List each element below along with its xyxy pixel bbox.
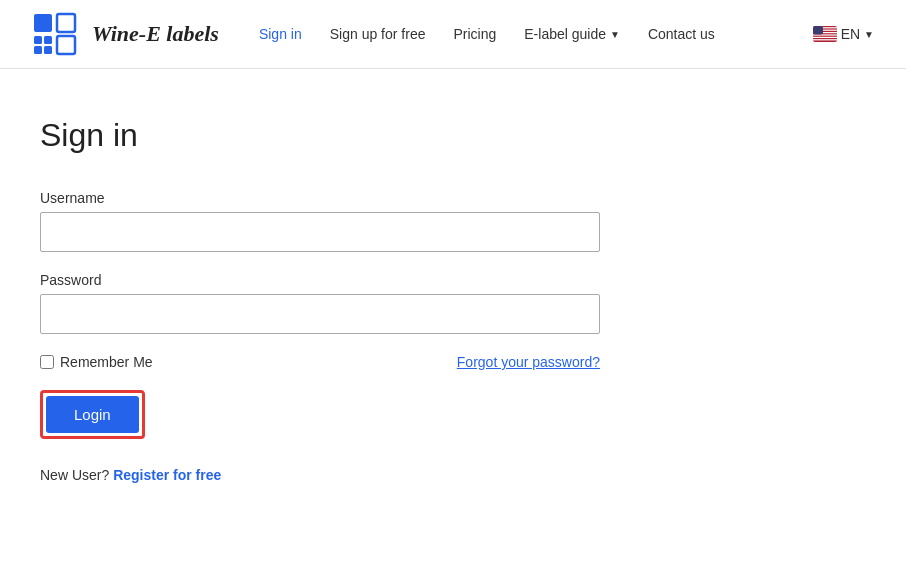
username-input[interactable] [40, 212, 600, 252]
nav-right: EN ▼ [813, 26, 874, 42]
username-group: Username [40, 190, 600, 252]
navbar: Wine-E labels Sign in Sign up for free P… [0, 0, 906, 69]
language-code: EN [841, 26, 860, 42]
brand-logo[interactable]: Wine-E labels [32, 12, 219, 56]
remember-me-group: Remember Me [40, 354, 153, 370]
svg-rect-3 [44, 36, 52, 44]
login-button-wrapper: Login [40, 390, 145, 439]
nav-signup[interactable]: Sign up for free [330, 26, 426, 42]
language-chevron-icon: ▼ [864, 29, 874, 40]
svg-rect-5 [44, 46, 52, 54]
brand-name: Wine-E labels [92, 21, 219, 47]
username-label: Username [40, 190, 600, 206]
remember-me-checkbox[interactable] [40, 355, 54, 369]
forgot-password-link[interactable]: Forgot your password? [457, 354, 600, 370]
nav-signin[interactable]: Sign in [259, 26, 302, 42]
register-link[interactable]: Register for free [113, 467, 221, 483]
chevron-down-icon: ▼ [610, 29, 620, 40]
remember-forgot-row: Remember Me Forgot your password? [40, 354, 600, 370]
new-user-section: New User? Register for free [40, 467, 600, 483]
svg-rect-2 [34, 36, 42, 44]
password-input[interactable] [40, 294, 600, 334]
svg-rect-14 [813, 26, 823, 35]
page-title: Sign in [40, 117, 600, 154]
nav-pricing[interactable]: Pricing [453, 26, 496, 42]
svg-rect-12 [813, 37, 837, 38]
new-user-text: New User? [40, 467, 109, 483]
svg-rect-13 [813, 39, 837, 40]
login-button[interactable]: Login [46, 396, 139, 433]
main-content: Sign in Username Password Remember Me Fo… [0, 69, 640, 531]
nav-links: Sign in Sign up for free Pricing E-label… [259, 26, 813, 42]
svg-rect-4 [34, 46, 42, 54]
nav-contact[interactable]: Contact us [648, 26, 715, 42]
nav-elabel[interactable]: E-label guide ▼ [524, 26, 620, 42]
svg-rect-6 [57, 36, 75, 54]
svg-rect-1 [57, 14, 75, 32]
password-group: Password [40, 272, 600, 334]
password-label: Password [40, 272, 600, 288]
brand-logo-icon [32, 12, 84, 56]
remember-me-label[interactable]: Remember Me [60, 354, 153, 370]
svg-rect-0 [34, 14, 52, 32]
flag-icon [813, 26, 837, 42]
language-selector[interactable]: EN ▼ [813, 26, 874, 42]
